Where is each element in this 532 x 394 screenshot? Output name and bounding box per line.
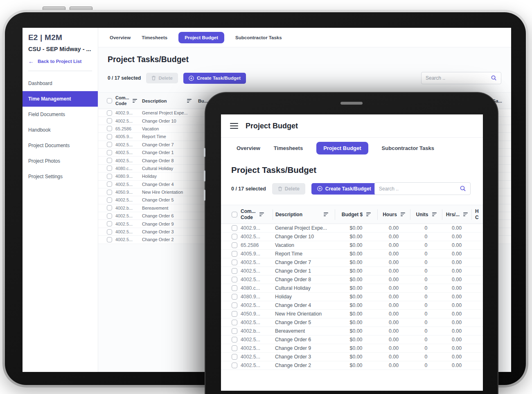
tab-subcontractor-tasks[interactable]: Subcontractor Tasks — [382, 145, 434, 151]
row-checkbox[interactable] — [232, 363, 237, 368]
row-checkbox[interactable] — [107, 126, 112, 131]
row-checkbox[interactable] — [232, 225, 237, 231]
row-checkbox[interactable] — [232, 328, 237, 334]
search-field[interactable] — [374, 182, 471, 195]
back-to-project-list-link[interactable]: ← Back to Project List — [28, 58, 92, 64]
table-row[interactable]: 4002.5... Change Order 3 $0.00 0.00 0 0.… — [221, 353, 483, 361]
search-icon[interactable] — [460, 186, 466, 192]
row-checkbox[interactable] — [232, 320, 237, 325]
row-checkbox[interactable] — [107, 205, 112, 210]
cell-hours: 0.00 — [377, 260, 410, 265]
cell-hrs: 0.00 — [442, 225, 471, 231]
table-row[interactable]: 4002.b... Bereavement $0.00 0.00 0 0.00 — [221, 327, 483, 336]
row-checkbox[interactable] — [107, 134, 112, 139]
row-checkbox[interactable] — [107, 229, 112, 235]
row-checkbox[interactable] — [232, 242, 237, 248]
row-checkbox[interactable] — [107, 190, 112, 195]
table-row[interactable]: 4002.5... Change Order 4 $0.00 0.00 0 0.… — [221, 301, 483, 310]
row-checkbox[interactable] — [232, 337, 237, 343]
row-checkbox[interactable] — [107, 150, 112, 155]
sort-icon[interactable] — [133, 98, 137, 103]
hamburger-menu-icon[interactable] — [230, 122, 238, 130]
table-row[interactable]: 4002.5... Change Order 6 $0.00 0.00 0 0.… — [221, 336, 483, 344]
row-checkbox[interactable] — [107, 174, 112, 179]
sort-icon[interactable] — [366, 212, 371, 217]
sort-icon[interactable] — [324, 212, 328, 217]
row-checkbox[interactable] — [232, 354, 237, 360]
row-checkbox[interactable] — [107, 221, 112, 226]
table-row[interactable]: 4002.5... Change Order 8 $0.00 0.00 0 0.… — [221, 275, 483, 284]
row-checkbox[interactable] — [232, 277, 237, 282]
sort-icon[interactable] — [259, 212, 264, 217]
sidebar-item-project-photos[interactable]: Project Photos — [23, 153, 98, 169]
sidebar-item-handbook[interactable]: Handbook — [23, 122, 98, 138]
cell-description: New Hire Orientation — [140, 190, 197, 195]
cell-hours: 0.00 — [377, 337, 410, 343]
search-field[interactable] — [421, 72, 501, 84]
create-task-budget-button[interactable]: Create Task/Budget — [183, 73, 246, 84]
cell-hours: 0.00 — [377, 320, 410, 325]
row-checkbox[interactable] — [107, 142, 112, 147]
table-row[interactable]: 65.2586 Vacation $0.00 0.00 0 0.00 — [221, 241, 483, 250]
row-checkbox[interactable] — [107, 213, 112, 219]
tab-timesheets[interactable]: Timesheets — [142, 35, 167, 40]
sidebar-item-dashboard[interactable]: Dashboard — [23, 76, 98, 91]
select-all-checkbox[interactable] — [107, 98, 112, 103]
sort-icon[interactable] — [401, 212, 405, 217]
row-checkbox[interactable] — [232, 251, 237, 257]
row-checkbox[interactable] — [232, 345, 237, 351]
row-checkbox[interactable] — [232, 311, 237, 317]
row-checkbox[interactable] — [232, 302, 237, 308]
cell-description: Change Order 7 — [273, 260, 335, 265]
table-row[interactable]: 4080.9... Holiday $0.00 0.00 0 0.00 — [221, 293, 483, 301]
search-input[interactable] — [422, 75, 491, 81]
table-row[interactable]: 4050.9... New Hire Orientation $0.00 0.0… — [221, 310, 483, 318]
delete-button[interactable]: Delete — [272, 183, 305, 195]
row-checkbox[interactable] — [107, 197, 112, 203]
sort-icon[interactable] — [187, 98, 192, 103]
tab-overview[interactable]: Overview — [237, 145, 260, 151]
table-row[interactable]: 4002.5... Change Order 1 $0.00 0.00 0 0.… — [221, 267, 483, 275]
sidebar-item-project-documents[interactable]: Project Documents — [23, 138, 98, 153]
sidebar-item-time-management[interactable]: Time Management — [23, 91, 98, 107]
cell-budget: $0.00 — [335, 277, 377, 282]
search-icon[interactable] — [491, 75, 497, 81]
cell-hrs: 0.00 — [442, 328, 471, 334]
sidebar-item-project-settings[interactable]: Project Settings — [23, 169, 98, 184]
tab-project-budget-selected[interactable]: Project Budget — [316, 142, 368, 154]
select-all-checkbox[interactable] — [232, 212, 237, 217]
tab-project-budget-selected[interactable]: Project Budget — [178, 32, 224, 43]
table-row[interactable]: 4005.9... Report Time $0.00 0.00 0 0.00 — [221, 250, 483, 258]
sort-icon[interactable] — [432, 212, 437, 217]
row-checkbox[interactable] — [107, 110, 112, 116]
delete-button[interactable]: Delete — [146, 73, 178, 83]
table-row[interactable]: 4002.5... Change Order 9 $0.00 0.00 0 0.… — [221, 344, 483, 353]
create-task-budget-button[interactable]: Create Task/Budget — [311, 183, 377, 195]
table-row[interactable]: 4002.5... Change Order 2 $0.00 0.00 0 0.… — [221, 361, 483, 370]
row-checkbox[interactable] — [232, 268, 237, 274]
table-row[interactable]: 4002.5... Change Order 5 $0.00 0.00 0 0.… — [221, 318, 483, 327]
row-checkbox[interactable] — [107, 237, 112, 242]
row-checkbox[interactable] — [232, 285, 237, 291]
tab-timesheets[interactable]: Timesheets — [274, 145, 303, 151]
row-checkbox[interactable] — [107, 118, 112, 123]
table-row[interactable]: 4002.9... General Project Expe... $0.00 … — [221, 224, 483, 233]
cell-description: Holiday — [273, 294, 335, 300]
tab-subcontractor-tasks[interactable]: Subcontractor Tasks — [235, 35, 282, 40]
row-checkbox[interactable] — [107, 166, 112, 171]
cell-budget: $0.00 — [335, 337, 377, 343]
row-checkbox[interactable] — [232, 260, 237, 265]
sidebar-item-field-documents[interactable]: Field Documents — [23, 107, 98, 122]
row-checkbox[interactable] — [107, 181, 112, 187]
cell-hours: 0.00 — [377, 311, 410, 317]
tab-overview[interactable]: Overview — [110, 35, 131, 40]
search-input[interactable] — [375, 186, 460, 192]
row-checkbox[interactable] — [232, 294, 237, 300]
table-row[interactable]: 4080.c... Cultural Holiday $0.00 0.00 0 … — [221, 284, 483, 293]
row-checkbox[interactable] — [107, 158, 112, 163]
table-row[interactable]: 4002.5... Change Order 7 $0.00 0.00 0 0.… — [221, 258, 483, 267]
sort-icon[interactable] — [463, 212, 468, 217]
row-checkbox[interactable] — [232, 234, 237, 240]
table-row[interactable]: 4002.5... Change Order 10 $0.00 0.00 0 0… — [221, 233, 483, 241]
cell-hours: 0.00 — [377, 268, 410, 274]
